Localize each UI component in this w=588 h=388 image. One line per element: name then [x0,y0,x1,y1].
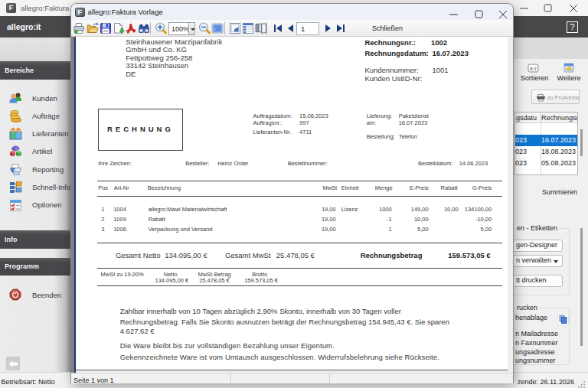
svg-text:a·z: a·z [530,66,537,71]
